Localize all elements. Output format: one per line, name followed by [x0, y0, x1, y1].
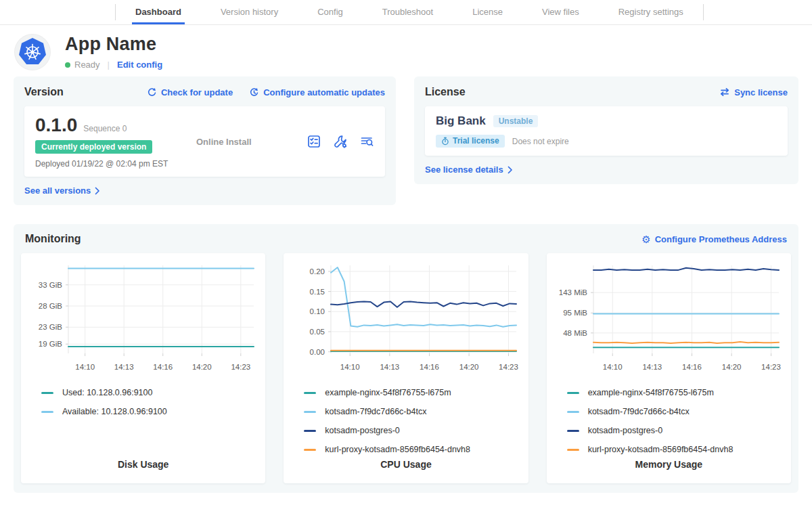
cpu-usage-title: CPU Usage — [284, 459, 528, 470]
monitoring-section: Monitoring ⚙ Configure Prometheus Addres… — [14, 224, 798, 493]
svg-text:14:23: 14:23 — [231, 363, 250, 371]
tab-dashboard[interactable]: Dashboard — [132, 0, 185, 24]
tab-troubleshoot-label: Troubleshoot — [379, 0, 436, 24]
legend-item: kotsadm-postgres-0 — [304, 421, 528, 440]
legend-item: kotsadm-7f9dc7d66c-b4tcx — [304, 402, 528, 421]
version-card: Version Check for update — [14, 76, 396, 205]
legend-item: kurl-proxy-kotsadm-8569fb6454-dnvh8 — [567, 440, 791, 459]
legend-label: Available: 10.128.0.96:9100 — [62, 407, 167, 416]
version-number: 0.1.0 — [35, 114, 77, 136]
legend-label: kotsadm-7f9dc7d66c-b4tcx — [325, 407, 426, 416]
monitoring-title: Monitoring — [25, 233, 81, 245]
tab-registry-settings[interactable]: Registry settings — [615, 0, 687, 24]
svg-text:28 GiB: 28 GiB — [38, 302, 62, 310]
see-all-versions-label: See all versions — [24, 185, 91, 196]
legend-color-dash — [567, 392, 579, 394]
legend-color-dash — [567, 411, 579, 413]
svg-text:14:16: 14:16 — [153, 363, 173, 371]
svg-text:23 GiB: 23 GiB — [38, 323, 62, 331]
legend-color-dash — [304, 449, 316, 451]
legend-color-dash — [41, 411, 53, 413]
sync-arrows-icon — [719, 87, 730, 97]
tab-dashboard-label: Dashboard — [132, 0, 185, 24]
top-nav: Dashboard Version history Config Trouble… — [0, 0, 812, 25]
trial-license-label: Trial license — [453, 136, 499, 146]
legend-label: kotsadm-7f9dc7d66c-b4tcx — [588, 407, 690, 416]
app-header: App Name Ready | Edit config — [0, 25, 812, 76]
edit-config-version-button[interactable] — [333, 134, 348, 149]
svg-text:0.05: 0.05 — [310, 328, 325, 336]
svg-text:48 MiB: 48 MiB — [564, 329, 588, 337]
ready-status-dot — [65, 62, 70, 68]
license-customer-name: Big Bank — [436, 114, 486, 128]
header-divider: | — [108, 60, 110, 70]
version-sequence: Sequence 0 — [83, 124, 127, 133]
app-status: Ready — [74, 60, 100, 70]
tab-view-files-label: View files — [539, 0, 583, 24]
tab-registry-settings-label: Registry settings — [615, 0, 687, 24]
app-logo — [15, 35, 50, 70]
legend-color-dash — [304, 430, 316, 432]
disk-usage-card: 14:1014:1314:1614:2014:2333 GiB28 GiB23 … — [21, 253, 265, 483]
cpu-usage-card: 14:1014:1314:1614:2014:230.200.150.100.0… — [284, 253, 528, 483]
main-content: Version Check for update — [0, 76, 812, 493]
legend-label: kurl-proxy-kotsadm-8569fb6454-dnvh8 — [588, 445, 734, 454]
svg-text:143 MiB: 143 MiB — [559, 288, 588, 297]
legend-label: example-nginx-54f8f76755-l675m — [588, 388, 714, 397]
tab-version-history-label: Version history — [217, 0, 281, 24]
legend-item: Used: 10.128.0.96:9100 — [41, 383, 265, 402]
tab-license-label: License — [469, 0, 506, 24]
tab-view-files[interactable]: View files — [539, 0, 583, 24]
edit-config-label: Edit config — [117, 60, 162, 70]
configure-automatic-updates-label: Configure automatic updates — [263, 87, 385, 97]
legend-color-dash — [567, 449, 579, 451]
legend-color-dash — [41, 392, 53, 394]
channel-badge: Unstable — [493, 115, 539, 127]
page-title: App Name — [65, 34, 162, 55]
check-for-update-button[interactable]: Check for update — [147, 87, 233, 97]
license-expiry: Does not expire — [512, 137, 569, 146]
svg-text:14:13: 14:13 — [380, 363, 399, 371]
stopwatch-icon — [441, 137, 449, 146]
version-diff-button[interactable] — [307, 134, 321, 149]
logs-magnifier-icon — [359, 134, 374, 149]
svg-text:33 GiB: 33 GiB — [38, 281, 62, 289]
legend-item: kotsadm-postgres-0 — [567, 421, 791, 440]
tab-version-history[interactable]: Version history — [217, 0, 281, 24]
tab-config-label: Config — [314, 0, 346, 24]
svg-text:14:23: 14:23 — [761, 363, 781, 371]
memory-usage-chart: 14:1014:1314:1614:2014:23143 MiB95 MiB48… — [550, 259, 787, 375]
legend-label: example-nginx-54f8f76755-l675m — [325, 388, 451, 397]
legend-label: kotsadm-postgres-0 — [325, 426, 399, 435]
circular-arrow-icon — [147, 87, 157, 97]
see-all-versions-link[interactable]: See all versions — [24, 185, 100, 196]
see-license-details-link[interactable]: See license details — [425, 164, 513, 175]
checklist-icon — [307, 134, 321, 149]
svg-text:14:20: 14:20 — [722, 363, 742, 371]
tab-license[interactable]: License — [469, 0, 506, 24]
memory-usage-card: 14:1014:1314:1614:2014:23143 MiB95 MiB48… — [547, 253, 791, 483]
deployed-timestamp: Deployed 01/19/22 @ 02:04 pm EST — [35, 159, 196, 169]
configure-automatic-updates-button[interactable]: Configure automatic updates — [249, 87, 385, 97]
clock-arrow-icon — [249, 87, 259, 97]
configure-prometheus-button[interactable]: ⚙ Configure Prometheus Address — [641, 234, 787, 244]
svg-text:0.10: 0.10 — [310, 307, 325, 315]
legend-item: example-nginx-54f8f76755-l675m — [304, 383, 528, 402]
sync-license-button[interactable]: Sync license — [719, 87, 788, 97]
install-type: Online Install — [196, 137, 252, 147]
memory-usage-title: Memory Usage — [547, 459, 791, 470]
svg-text:95 MiB: 95 MiB — [564, 309, 588, 317]
check-for-update-label: Check for update — [161, 87, 233, 97]
tab-config[interactable]: Config — [314, 0, 346, 24]
legend-label: kotsadm-postgres-0 — [588, 426, 662, 435]
configure-prometheus-label: Configure Prometheus Address — [655, 234, 787, 244]
edit-config-link[interactable]: Edit config — [117, 60, 162, 70]
tab-troubleshoot[interactable]: Troubleshoot — [379, 0, 436, 24]
see-license-details-label: See license details — [425, 164, 503, 175]
view-deploy-logs-button[interactable] — [359, 134, 374, 149]
legend-item: Available: 10.128.0.96:9100 — [41, 402, 265, 421]
legend-label: Used: 10.128.0.96:9100 — [62, 388, 152, 397]
disk-usage-legend: Used: 10.128.0.96:9100Available: 10.128.… — [41, 383, 265, 459]
legend-color-dash — [304, 392, 316, 394]
svg-text:14:13: 14:13 — [114, 363, 133, 371]
